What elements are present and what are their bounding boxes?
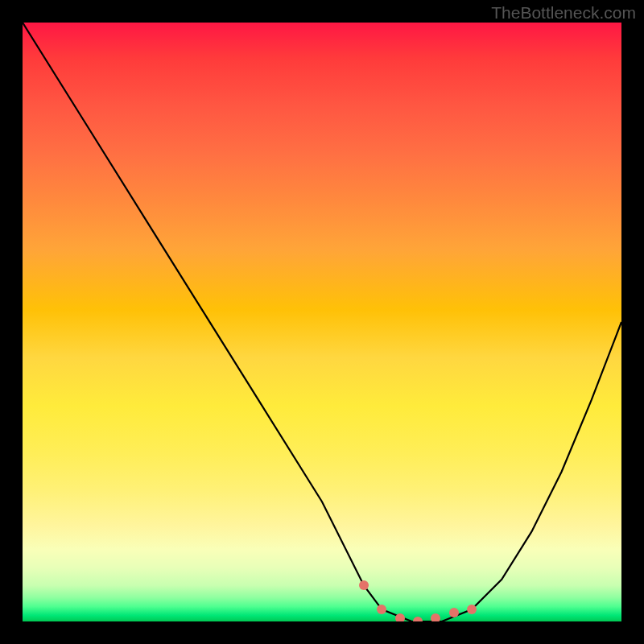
optimal-marker [395,613,405,621]
optimal-marker [413,617,423,621]
watermark-text: TheBottleneck.com [491,3,636,23]
plot-area [23,23,621,621]
bottleneck-curve [23,23,621,621]
optimal-marker [359,580,369,590]
optimal-marker [467,605,477,614]
optimal-marker [449,608,459,617]
optimal-marker [377,605,386,614]
optimal-marker [431,613,440,621]
